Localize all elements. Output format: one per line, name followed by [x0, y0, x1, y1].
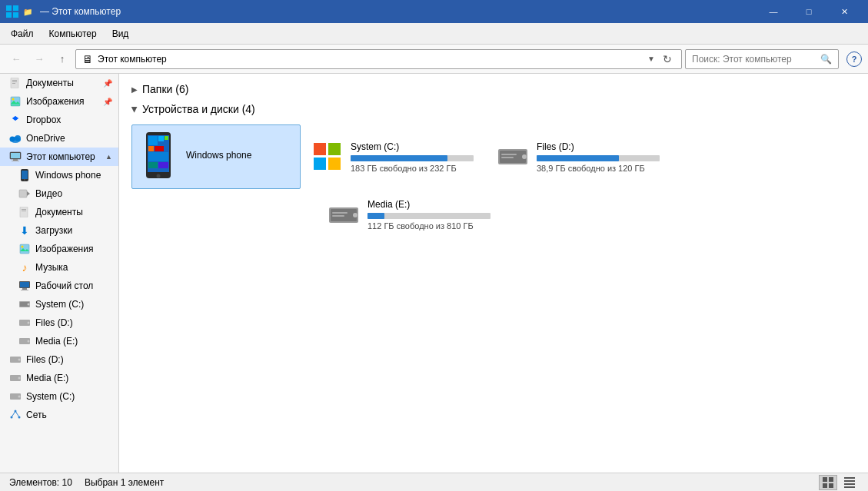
sidebar-item-files-d2[interactable]: Files (D:) [0, 350, 118, 369]
svg-rect-5 [12, 80, 17, 81]
sidebar-item-docs2[interactable]: Документы [0, 203, 118, 221]
sidebar-item-system-c2[interactable]: System (C:) [0, 387, 118, 406]
svg-rect-75 [332, 212, 348, 214]
svg-rect-83 [844, 483, 855, 485]
sidebar-item-desktop[interactable]: Рабочий стол [0, 277, 118, 295]
sidebar-label-images: Изображения [26, 96, 98, 107]
help-button[interactable]: ? [846, 51, 862, 67]
svg-rect-32 [22, 288, 27, 290]
menu-view[interactable]: Вид [105, 25, 137, 42]
sidebar-item-dropbox[interactable]: Dropbox [0, 111, 118, 129]
svg-rect-18 [13, 159, 18, 161]
minimize-button[interactable]: — [756, 0, 791, 23]
windows-phone-drive-icon [137, 130, 180, 184]
address-box[interactable]: 🖥 Этот компьютер ▼ ↻ [75, 49, 682, 69]
windows-phone-info: Windows phone [186, 150, 295, 164]
status-count: Элементов: 10 [9, 477, 72, 488]
svg-point-46 [18, 396, 21, 398]
media-e-info: Media (E:) 112 ГБ свободно из 810 ГБ [367, 199, 494, 231]
svg-point-62 [157, 174, 161, 177]
menu-file[interactable]: Файл [3, 25, 42, 42]
svg-rect-66 [328, 158, 341, 170]
svg-rect-3 [13, 12, 18, 18]
drive-item-files-d[interactable]: Files (D:) 38,9 ГБ свободно из 120 ГБ [488, 124, 673, 189]
svg-point-14 [10, 137, 15, 142]
media-e-stats: 112 ГБ свободно из 810 ГБ [367, 221, 494, 231]
images2-icon [18, 243, 31, 255]
title-bar: 📁 — Этот компьютер — □ ✕ [0, 0, 868, 23]
documents-icon [9, 77, 22, 89]
svg-rect-6 [12, 81, 17, 82]
svg-line-50 [12, 411, 15, 417]
media-e2-icon [9, 372, 22, 384]
forward-button[interactable]: → [29, 49, 49, 69]
sidebar-item-onedrive[interactable]: OneDrive [0, 129, 118, 148]
sidebar-item-video[interactable]: Видео [0, 184, 118, 203]
sidebar-label-media-e2: Media (E:) [26, 373, 112, 383]
status-left: Элементов: 10 Выбран 1 элемент [9, 477, 819, 488]
up-button[interactable]: ↑ [52, 49, 72, 69]
svg-rect-61 [158, 162, 168, 168]
sidebar-item-windows-phone[interactable]: Windows phone [0, 166, 118, 184]
windows-phone-name: Windows phone [186, 150, 295, 161]
sidebar-item-files-d[interactable]: Files (D:) [0, 314, 118, 332]
view-details-button[interactable] [840, 475, 859, 490]
sidebar-label-images2: Изображения [35, 244, 112, 254]
svg-rect-76 [332, 215, 344, 217]
sidebar-label-video: Видео [35, 188, 112, 199]
search-input[interactable] [692, 54, 817, 65]
video-icon [18, 187, 31, 200]
sidebar-item-media-e2[interactable]: Media (E:) [0, 369, 118, 387]
files-d-icon [18, 317, 31, 329]
sidebar-item-music[interactable]: ♪ Музыка [0, 258, 118, 277]
svg-rect-77 [823, 477, 827, 482]
refresh-button[interactable]: ↻ [660, 51, 675, 67]
search-box[interactable]: 🔍 [685, 49, 839, 69]
svg-point-15 [15, 135, 21, 141]
drive-item-media-e[interactable]: Media (E:) 112 ГБ свободно из 810 ГБ [319, 192, 504, 237]
svg-rect-59 [148, 152, 168, 161]
sidebar-label-documents: Документы [26, 78, 98, 88]
folders-chevron-icon: ▶ [131, 85, 138, 94]
sidebar-label-media-e: Media (E:) [35, 336, 112, 347]
onedrive-icon [9, 132, 22, 144]
svg-rect-84 [844, 486, 855, 488]
menu-bar: Файл Компьютер Вид [0, 23, 868, 45]
close-button[interactable]: ✕ [826, 0, 862, 23]
svg-rect-64 [328, 143, 341, 155]
menu-computer[interactable]: Компьютер [42, 25, 105, 42]
devices-section-header[interactable]: ▶ Устройства и диски (4) [131, 103, 856, 115]
media-e-bar-fill [367, 213, 384, 219]
files-d-bar-bg [537, 155, 660, 161]
music-icon: ♪ [18, 261, 31, 274]
this-pc-icon [9, 151, 22, 163]
address-path: Этот компьютер [98, 54, 643, 65]
maximize-button[interactable]: □ [791, 0, 826, 23]
svg-line-51 [15, 411, 19, 417]
folders-section-header[interactable]: ▶ Папки (6) [131, 83, 856, 95]
system-c-bar-fill [351, 155, 447, 161]
files-d-info: Files (D:) 38,9 ГБ свободно из 120 ГБ [537, 141, 663, 173]
sidebar-item-images[interactable]: Изображения 📌 [0, 92, 118, 111]
search-icon[interactable]: 🔍 [820, 54, 832, 65]
window-title: — Этот компьютер [40, 6, 756, 17]
sidebar-item-network[interactable]: Сеть [0, 406, 118, 424]
status-right [819, 475, 859, 490]
drive-item-windows-phone[interactable]: Windows phone [131, 124, 301, 189]
sidebar-item-media-e[interactable]: Media (E:) [0, 332, 118, 350]
drive-item-system-c[interactable]: System (C:) 183 ГБ свободно из 232 ГБ [302, 124, 487, 189]
sidebar-label-network: Сеть [26, 410, 112, 420]
sidebar-item-this-pc[interactable]: Этот компьютер ▲ [0, 148, 118, 166]
svg-rect-65 [314, 158, 326, 170]
sidebar-label-system-c2: System (C:) [26, 391, 112, 402]
sidebar-item-downloads[interactable]: ⬇ Загрузки [0, 221, 118, 240]
back-button[interactable]: ← [6, 49, 26, 69]
sidebar-item-images2[interactable]: Изображения [0, 240, 118, 258]
devices-chevron-icon: ▶ [131, 106, 139, 112]
sidebar-label-windows-phone: Windows phone [35, 170, 112, 181]
sidebar-item-system-c[interactable]: System (C:) [0, 295, 118, 314]
address-dropdown-icon[interactable]: ▼ [647, 55, 655, 63]
sidebar-item-documents[interactable]: Документы 📌 [0, 74, 118, 92]
view-large-icons-button[interactable] [819, 475, 837, 490]
window-controls[interactable]: — □ ✕ [756, 0, 862, 23]
